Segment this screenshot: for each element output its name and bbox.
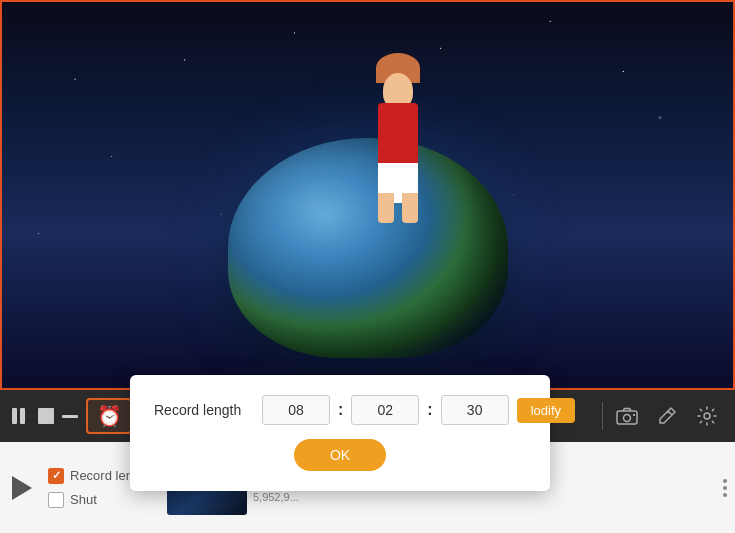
- timer-button[interactable]: ⏰: [86, 398, 132, 434]
- popup-title: Record length: [154, 402, 254, 418]
- stop-button[interactable]: [38, 408, 54, 424]
- record-length-popup: Record length : : lodify OK: [130, 375, 550, 491]
- play-button[interactable]: [12, 476, 36, 500]
- hours-input[interactable]: [262, 395, 330, 425]
- girl-figure: [348, 23, 448, 203]
- record-length-checkbox[interactable]: [48, 468, 64, 484]
- shutdown-checkbox[interactable]: [48, 492, 64, 508]
- more-options-button[interactable]: [723, 479, 727, 497]
- edit-icon: [657, 406, 677, 426]
- pause-button[interactable]: [12, 407, 30, 425]
- shutdown-label: Shut: [70, 492, 97, 507]
- alarm-icon: ⏰: [97, 404, 122, 428]
- gear-icon: [697, 406, 717, 426]
- shutdown-row: Shut: [48, 492, 151, 508]
- camera-icon: [616, 407, 638, 425]
- svg-point-3: [704, 413, 710, 419]
- svg-point-1: [624, 415, 631, 422]
- divider: [602, 402, 603, 430]
- modify-button[interactable]: lodify: [517, 398, 575, 423]
- minimize-button[interactable]: [62, 415, 78, 418]
- minutes-input[interactable]: [351, 395, 419, 425]
- seconds-input[interactable]: [441, 395, 509, 425]
- svg-rect-2: [633, 414, 635, 416]
- colon-1: :: [338, 401, 343, 419]
- file-size-bottom: 5,952,9...: [253, 491, 299, 503]
- colon-2: :: [427, 401, 432, 419]
- edit-button[interactable]: [651, 400, 683, 432]
- screenshot-button[interactable]: [611, 400, 643, 432]
- video-player: [0, 0, 735, 390]
- settings-button[interactable]: [691, 400, 723, 432]
- ok-button[interactable]: OK: [294, 439, 386, 471]
